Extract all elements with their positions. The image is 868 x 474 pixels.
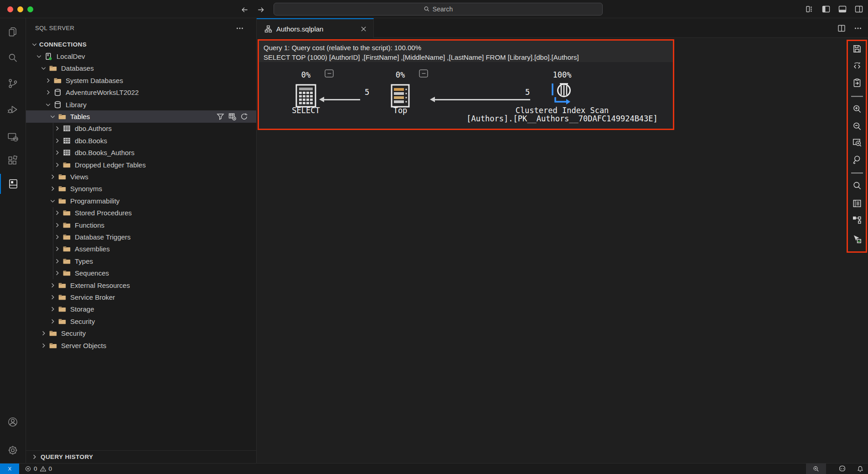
new-table-icon[interactable] <box>228 113 236 120</box>
activity-item-run-debug[interactable] <box>0 99 25 120</box>
chevron-right-icon[interactable] <box>54 221 62 229</box>
close-window-button[interactable] <box>7 6 13 12</box>
zoom-out-button[interactable] <box>852 121 862 131</box>
tree-item-connections[interactable]: CONNECTIONS <box>26 38 256 50</box>
chevron-right-icon[interactable] <box>49 185 57 193</box>
activity-item-search[interactable] <box>0 48 25 68</box>
chevron-right-icon[interactable] <box>54 245 62 253</box>
activity-item-accounts[interactable] <box>0 412 25 432</box>
chevron-right-icon[interactable] <box>49 318 57 325</box>
navigate-back-button[interactable] <box>239 4 250 15</box>
editor-more-actions-button[interactable] <box>853 24 863 33</box>
tree-item-stored-procedures[interactable]: Stored Procedures <box>26 207 256 219</box>
tree-item-storage[interactable]: Storage <box>26 303 256 315</box>
chevron-right-icon[interactable] <box>45 77 53 84</box>
tree-item-dbo-authors[interactable]: dbo.Authors <box>26 123 256 135</box>
chevron-right-icon[interactable] <box>54 209 62 217</box>
panel-left-icon[interactable] <box>821 4 831 14</box>
filter-icon[interactable] <box>217 113 224 120</box>
layout-icon[interactable] <box>805 4 815 14</box>
chevron-right-icon[interactable] <box>54 234 62 241</box>
chevron-right-icon[interactable] <box>45 89 53 96</box>
chevron-right-icon[interactable] <box>49 281 57 289</box>
tree-item-external-resources[interactable]: External Resources <box>26 279 256 291</box>
chevron-right-icon[interactable] <box>40 330 48 337</box>
status-zoom-button[interactable] <box>806 464 826 474</box>
tree-item-tables[interactable]: Tables <box>26 110 256 122</box>
tree-item-security[interactable]: Security <box>26 315 256 327</box>
chevron-down-icon[interactable] <box>45 101 53 108</box>
tree-item-types[interactable]: Types <box>26 255 256 267</box>
chevron-down-icon[interactable] <box>40 65 48 72</box>
tree-item-library[interactable]: Library <box>26 99 256 110</box>
minimize-window-button[interactable] <box>17 6 23 12</box>
tree-item-database-triggers[interactable]: Database Triggers <box>26 231 256 243</box>
top-operator-icon[interactable] <box>391 84 410 108</box>
sidebar-more-actions-button[interactable] <box>235 24 244 33</box>
tree-item-localdev[interactable]: LocalDev <box>26 50 256 62</box>
open-xml-button[interactable] <box>852 62 862 72</box>
chevron-right-icon[interactable] <box>49 306 57 313</box>
close-tab-button[interactable] <box>359 24 368 33</box>
tree-item-functions[interactable]: Functions <box>26 219 256 231</box>
panel-right-icon[interactable] <box>854 4 864 14</box>
problems-button[interactable]: 0 0 <box>25 464 52 474</box>
toggle-tooltip-button[interactable] <box>852 234 862 244</box>
split-editor-button[interactable] <box>837 24 846 33</box>
activity-item-extensions[interactable] <box>0 151 25 171</box>
save-plan-button[interactable] <box>852 44 862 54</box>
chevron-right-icon[interactable] <box>54 161 62 168</box>
status-copilot-button[interactable] <box>835 464 849 474</box>
chevron-down-icon[interactable] <box>49 113 57 120</box>
activity-item-remote-explorer[interactable] <box>0 127 25 147</box>
tree-item-dropped-ledger-tables[interactable]: Dropped Ledger Tables <box>26 159 256 171</box>
custom-zoom-button[interactable] <box>852 155 862 165</box>
tree-item-dbo-books[interactable]: dbo.Books <box>26 135 256 146</box>
zoom-window-button[interactable] <box>27 6 33 12</box>
tree-item-security[interactable]: Security <box>26 328 256 339</box>
tree-item-dbo-books-authors[interactable]: dbo.Books_Authors <box>26 147 256 159</box>
tree-item-assemblies[interactable]: Assemblies <box>26 243 256 255</box>
chevron-right-icon[interactable] <box>54 149 62 156</box>
chevron-right-icon[interactable] <box>40 342 48 349</box>
remote-indicator-button[interactable] <box>0 464 19 474</box>
chevron-right-icon[interactable] <box>54 257 62 265</box>
tree-item-server-objects[interactable]: Server Objects <box>26 339 256 351</box>
tree-item-programmability[interactable]: Programmability <box>26 195 256 207</box>
collapse-top-node-button[interactable] <box>419 70 428 78</box>
notifications-bell-button[interactable] <box>853 464 867 474</box>
refresh-icon[interactable] <box>240 113 248 120</box>
properties-button[interactable] <box>852 198 862 208</box>
clustered-index-scan-operator-icon[interactable] <box>549 81 575 107</box>
cis-node-object-label[interactable]: [Authors].[PK__Authors__70DAFC149924B43E… <box>466 114 658 123</box>
chevron-down-icon[interactable] <box>31 41 39 48</box>
command-center-search[interactable]: Search <box>274 3 603 16</box>
plan-canvas[interactable]: 0% SELECT 0% Top 100% Clustered Index Sc… <box>259 62 673 129</box>
open-query-button[interactable] <box>852 78 862 88</box>
select-operator-icon[interactable] <box>295 84 316 108</box>
tree-item-adventureworkslt2022[interactable]: AdventureWorksLT2022 <box>26 87 256 99</box>
zoom-in-button[interactable] <box>852 104 862 114</box>
zoom-to-fit-button[interactable] <box>852 138 862 148</box>
chevron-down-icon[interactable] <box>49 197 57 204</box>
navigate-forward-button[interactable] <box>255 4 266 15</box>
tree-item-synonyms[interactable]: Synonyms <box>26 183 256 195</box>
find-node-button[interactable] <box>852 181 862 191</box>
chevron-right-icon[interactable] <box>54 125 62 132</box>
tree-item-views[interactable]: Views <box>26 171 256 182</box>
tree-item-system-databases[interactable]: System Databases <box>26 74 256 86</box>
tree-item-sequences[interactable]: Sequences <box>26 267 256 279</box>
activity-item-explorer[interactable] <box>0 22 25 42</box>
activity-item-source-control[interactable] <box>0 73 25 94</box>
top-node-label[interactable]: Top <box>393 106 408 115</box>
tab-authors-sqlplan[interactable]: Authors.sqlplan <box>257 18 374 38</box>
query-history-section[interactable]: QUERY HISTORY <box>26 450 256 463</box>
cis-node-label[interactable]: Clustered Index Scan <box>516 106 609 115</box>
collapse-select-node-button[interactable] <box>325 70 334 78</box>
chevron-right-icon[interactable] <box>49 294 57 301</box>
chevron-right-icon[interactable] <box>54 137 62 144</box>
tree-item-databases[interactable]: Databases <box>26 63 256 74</box>
chevron-right-icon[interactable] <box>49 173 57 181</box>
activity-item-settings[interactable] <box>0 440 25 460</box>
chevron-right-icon[interactable] <box>54 270 62 277</box>
